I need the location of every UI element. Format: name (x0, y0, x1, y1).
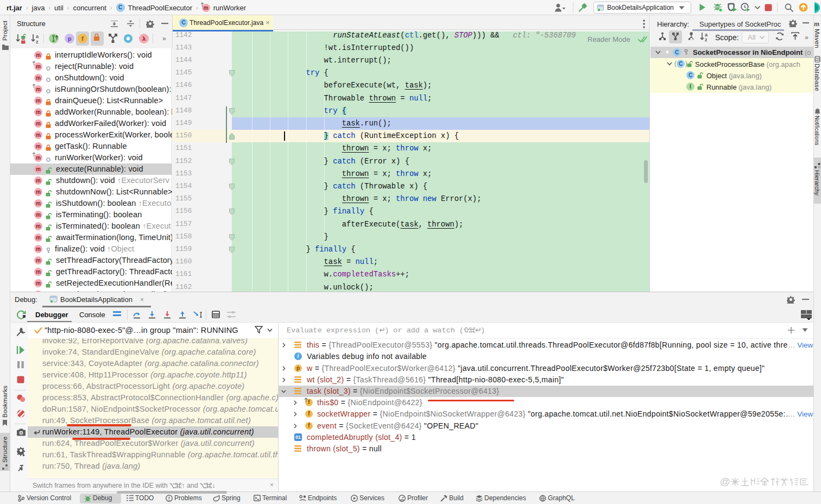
svg-text:z: z (36, 39, 39, 44)
svg-text:a: a (36, 34, 39, 39)
svg-text:z: z (705, 37, 708, 42)
svg-text:@: @ (720, 477, 730, 487)
